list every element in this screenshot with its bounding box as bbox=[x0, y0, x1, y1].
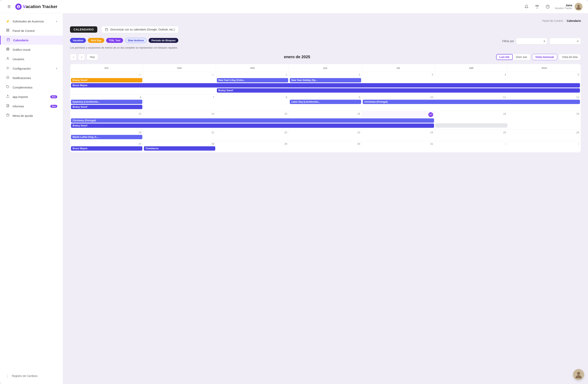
filter-select-2[interactable] bbox=[549, 38, 581, 44]
event-brainy-smurf-w2[interactable]: Brainy Smurf bbox=[71, 105, 142, 109]
event-bruce-wayne-week5[interactable]: Bruce Wayne bbox=[71, 146, 142, 151]
sidebar-label-mesa-ayuda: Mesa de ayuda bbox=[13, 114, 33, 117]
user-subtitle: Vacation Tracker bbox=[555, 7, 572, 10]
event-martin-luther-king[interactable]: Martin Luther King Jr.... bbox=[71, 135, 142, 139]
event-brainy-smurf-vacation-w1[interactable]: Brainy Smurf bbox=[217, 88, 580, 93]
view-days-group: Lun-Vie Dom-Jue bbox=[496, 54, 530, 60]
sidebar-item-solicitudes[interactable]: ⚡ Solicitudes de Ausencia ▾ bbox=[0, 17, 63, 26]
day-jan3: 3 bbox=[362, 72, 435, 78]
vista-lista-button[interactable]: Vista de lista bbox=[559, 54, 581, 60]
event-christmas-portugal-w3[interactable]: Christmas (Portugal) bbox=[71, 118, 434, 123]
week-5-days: 27 28 29 30 31 1 2 bbox=[70, 141, 581, 146]
event-bruce-wayne-w1[interactable]: Bruce Wayne bbox=[71, 83, 580, 87]
calendar-controls: ‹ › Hoy enero de 2025 Lun-Vie Dom-Jue Vi… bbox=[70, 54, 581, 60]
filter-select-wrapper-2 bbox=[549, 38, 581, 44]
sidebar-item-complementos[interactable]: Complementos bbox=[0, 83, 63, 92]
page-title: CALENDARIO bbox=[70, 26, 97, 33]
notification-button[interactable] bbox=[523, 3, 530, 10]
sidebar-item-mesa-ayuda[interactable]: Mesa de ayuda bbox=[0, 111, 63, 120]
week-row-4: 20 21 22 23 24 25 26 Martin Luther King … bbox=[70, 130, 581, 141]
sidebar-item-panel[interactable]: Panel de Control bbox=[0, 26, 63, 35]
breadcrumb: Panel de Control / Calendario bbox=[70, 19, 581, 22]
view-dom-jue-button[interactable]: Dom-Jue bbox=[513, 54, 530, 60]
header-left: ☰ Vacation Tracker bbox=[5, 3, 57, 10]
trophy-button[interactable] bbox=[534, 3, 541, 10]
event-bruce-wayne-row1: Bruce Wayne bbox=[70, 83, 581, 88]
view-lun-vie-button[interactable]: Lun-Vie bbox=[496, 54, 513, 60]
week-3-events: Christmas (Portugal) Brainy Smurf bbox=[70, 118, 581, 129]
sidebar-item-configuracion[interactable]: Configuración ▾ bbox=[0, 64, 63, 73]
event-new-year-holiday[interactable]: New Year Holiday (Sp... bbox=[290, 78, 361, 82]
day-jan21: 21 bbox=[143, 130, 216, 134]
sync-calendar-button[interactable]: Sincronizar con su calendario (Google, O… bbox=[101, 26, 178, 33]
sidebar-footer-label: Registro de Cambios bbox=[12, 374, 38, 378]
sidebar-item-app-imports[interactable]: app.imports New bbox=[0, 92, 63, 101]
event-chewbacca-week5[interactable]: Chewbacca bbox=[144, 146, 215, 151]
week-3-event-row-1: Christmas (Portugal) bbox=[70, 118, 581, 123]
event-labor-day: Labor Day (Liechtenstei... bbox=[289, 100, 362, 104]
week-1-days: 30 31 1 2 3 4 5 bbox=[70, 72, 581, 78]
sidebar-footer-registro[interactable]: ⋮ Registro de Cambios bbox=[0, 371, 63, 381]
legend-note: Los permisos y vacaciones de menos de un… bbox=[70, 46, 502, 50]
filter-section: Filtrar por bbox=[502, 38, 581, 44]
filter-area: Vacation Sick Day TOIL Test Días festivo… bbox=[70, 38, 581, 54]
event-brainy-smurf-w3[interactable]: Brainy Smurf bbox=[71, 124, 434, 128]
week-1-events: Brainy Smurf New Year's Day (Color... Ne… bbox=[70, 78, 581, 94]
week-3-days: 13 14 15 16 17 18 19 bbox=[70, 111, 581, 118]
svg-rect-7 bbox=[8, 29, 9, 30]
sidebar-label-grafico: Gráfico mural bbox=[13, 48, 30, 51]
bottom-avatar-button[interactable] bbox=[573, 369, 584, 380]
vista-mensual-button[interactable]: Vista mensual bbox=[532, 54, 557, 60]
weekday-jue: jue bbox=[289, 64, 362, 72]
header-right: Jane Vacation Tracker bbox=[523, 3, 583, 11]
sync-button-label: Sincronizar con su calendario (Google, O… bbox=[110, 28, 175, 31]
day-feb1: 1 bbox=[435, 141, 508, 146]
sidebar-item-calendario[interactable]: Calendario bbox=[0, 36, 63, 45]
next-month-button[interactable]: › bbox=[78, 54, 85, 60]
breadcrumb-parent[interactable]: Panel de Control bbox=[542, 19, 563, 22]
legend-row: Vacation Sick Day TOIL Test Días festivo… bbox=[70, 38, 502, 43]
event-labor-day-liechten[interactable]: Labor Day (Liechtenstei... bbox=[290, 100, 361, 104]
event-grey-block bbox=[435, 123, 507, 128]
day-jan30: 30 bbox=[289, 141, 362, 146]
sidebar-label-notificaciones: Notificaciones bbox=[13, 76, 31, 80]
user-avatar bbox=[575, 3, 583, 11]
event-christmas-portugal-row1[interactable]: Christmas (Portugal) bbox=[363, 100, 580, 104]
event-christmas-w3: Christmas (Portugal) bbox=[70, 118, 435, 123]
day-jan10: 10 bbox=[362, 95, 435, 99]
user-info[interactable]: Jane Vacation Tracker bbox=[555, 3, 583, 11]
month-title: enero de 2025 bbox=[284, 55, 310, 59]
event-brainy-smurf-sick[interactable]: Brainy Smurf bbox=[71, 78, 142, 82]
day-jan20: 20 bbox=[70, 130, 143, 134]
hamburger-icon: ☰ bbox=[7, 4, 11, 9]
event-epiphany-liechten[interactable]: Epiphany (Liechtenste... bbox=[71, 100, 142, 104]
today-button[interactable]: Hoy bbox=[86, 54, 98, 60]
legend-sick: Sick Day bbox=[88, 38, 104, 43]
users-icon bbox=[5, 57, 10, 61]
event-bruce-wayne-w5: Bruce Wayne bbox=[70, 146, 143, 151]
day-jan19: 19 bbox=[508, 111, 581, 118]
week-4-events: Martin Luther King Jr.... bbox=[70, 134, 581, 141]
page-header: CALENDARIO Sincronizar con su calendario… bbox=[70, 26, 581, 33]
day-jan18: 18 bbox=[435, 111, 508, 118]
breadcrumb-current: Calendario bbox=[567, 19, 581, 22]
event-new-years-day[interactable]: New Year's Day (Color... bbox=[217, 78, 288, 82]
sidebar-item-usuarios[interactable]: Usuarios bbox=[0, 54, 63, 64]
sidebar-item-notificaciones[interactable]: Notificaciones bbox=[0, 73, 63, 82]
event-brainy-vacation-w1: Brainy Smurf bbox=[216, 88, 581, 93]
sidebar-item-informes[interactable]: Informes New bbox=[0, 102, 63, 111]
day-jan26: 26 bbox=[508, 130, 581, 134]
week-4-days: 20 21 22 23 24 25 26 bbox=[70, 130, 581, 134]
help-button[interactable] bbox=[544, 3, 551, 10]
main-layout: ⚡ Solicitudes de Ausencia ▾ Panel de Con… bbox=[0, 13, 588, 384]
filter-select[interactable] bbox=[516, 38, 547, 44]
week-5-event-row-1: Bruce Wayne Chewbacca bbox=[70, 146, 581, 151]
event-grey-w3 bbox=[435, 123, 508, 128]
sidebar-item-grafico[interactable]: Gráfico mural bbox=[0, 45, 63, 54]
menu-toggle-button[interactable]: ☰ bbox=[5, 3, 13, 10]
week-2-days: 6 7 8 9 10 11 12 bbox=[70, 95, 581, 99]
week-2-event-row-1: Epiphany (Liechtenste... Labor Day (Liec… bbox=[70, 100, 581, 104]
prev-month-button[interactable]: ‹ bbox=[70, 54, 77, 60]
day-jan13: 13 bbox=[70, 111, 143, 118]
chevron-down-icon: ▾ bbox=[56, 20, 57, 23]
